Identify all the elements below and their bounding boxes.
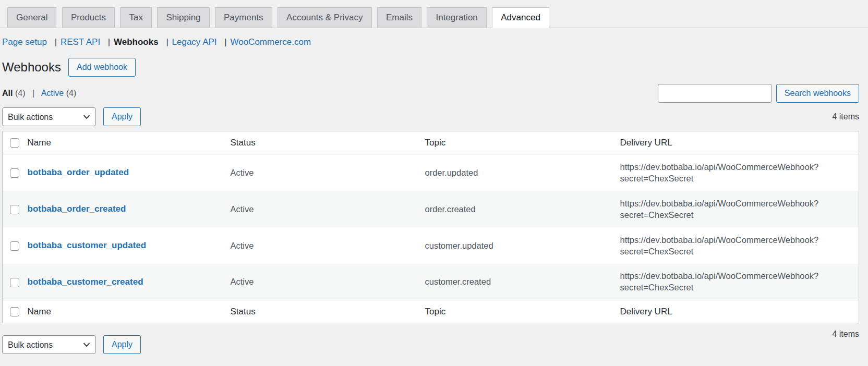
table-footer-row: Name Status Topic Delivery URL: [3, 300, 859, 323]
subnav-separator: |: [224, 37, 226, 47]
view-filter-separator: |: [32, 89, 34, 97]
webhook-row: botbaba_customer_updated Active customer…: [3, 227, 859, 264]
view-filter-count: (4): [15, 89, 26, 97]
add-webhook-button[interactable]: Add webhook: [68, 58, 136, 77]
column-footer-status: Status: [231, 300, 425, 323]
webhook-delivery-url: https://dev.botbaba.io/api/WooCommerceWe…: [620, 191, 859, 227]
search-webhooks-button[interactable]: Search webhooks: [776, 84, 859, 103]
webhook-topic: customer.created: [425, 264, 620, 300]
bulk-actions-select-wrap: Bulk actions: [2, 107, 96, 126]
apply-button[interactable]: Apply: [103, 107, 141, 126]
webhook-name-link[interactable]: botbaba_customer_created: [28, 277, 143, 287]
bulk-actions-group-bottom: Bulk actions Apply: [2, 335, 141, 354]
webhook-row: botbaba_order_created Active order.creat…: [3, 191, 859, 227]
subnav-separator: |: [55, 37, 57, 47]
view-filter-count: (4): [66, 89, 77, 97]
select-row-checkbox[interactable]: [10, 205, 19, 214]
column-header-delivery-url: Delivery URL: [620, 131, 859, 154]
column-header-topic: Topic: [425, 131, 620, 154]
webhook-topic: order.created: [425, 191, 620, 227]
tablenav-bottom: Bulk actions Apply 4 items: [2, 330, 859, 354]
settings-tab[interactable]: Tax: [120, 7, 151, 28]
settings-tab[interactable]: Advanced: [492, 7, 549, 28]
subnav-item: | Legacy API: [161, 37, 219, 47]
search-box: Search webhooks: [658, 84, 859, 103]
webhook-status: Active: [231, 227, 425, 264]
webhook-delivery-url: https://dev.botbaba.io/api/WooCommerceWe…: [620, 227, 859, 264]
webhook-row: botbaba_customer_created Active customer…: [3, 264, 859, 300]
settings-tab[interactable]: Accounts & Privacy: [278, 7, 371, 28]
webhook-topic: customer.updated: [425, 227, 620, 264]
webhook-delivery-url: https://dev.botbaba.io/api/WooCommerceWe…: [620, 264, 859, 300]
view-filter-item: All (4): [2, 89, 28, 97]
column-footer-name: Name: [28, 300, 231, 323]
subnav-link[interactable]: Webhooks: [114, 37, 159, 47]
column-header-status: Status: [231, 131, 425, 154]
subnav-item: Page setup: [2, 37, 50, 47]
subnav-link[interactable]: Page setup: [2, 37, 47, 47]
subnav-link[interactable]: WooCommerce.com: [230, 37, 311, 47]
subnav-item: | REST API: [50, 37, 103, 47]
subnav-item: | WooCommerce.com: [219, 37, 311, 47]
select-all-checkbox-bottom[interactable]: [10, 307, 19, 316]
column-footer-topic: Topic: [425, 300, 620, 323]
settings-tab[interactable]: Payments: [215, 7, 272, 28]
webhook-status: Active: [231, 154, 425, 191]
settings-tabbar: General Products Tax Shipping Payments A…: [0, 0, 868, 28]
webhooks-table: Name Status Topic Delivery URL botbaba_o…: [2, 131, 859, 323]
table-foot: Name Status Topic Delivery URL: [3, 300, 859, 323]
subnav-link[interactable]: REST API: [61, 37, 100, 47]
webhook-name-link[interactable]: botbaba_order_updated: [28, 167, 129, 177]
select-row-checkbox[interactable]: [10, 241, 19, 251]
bulk-actions-select-wrap-bottom: Bulk actions: [2, 335, 96, 354]
bulk-actions-group: Bulk actions Apply: [2, 107, 141, 126]
subnav-link[interactable]: Legacy API: [172, 37, 217, 47]
page-title: Webhooks: [2, 60, 61, 75]
apply-button-bottom[interactable]: Apply: [103, 335, 141, 354]
settings-tab[interactable]: General: [7, 7, 56, 28]
table-body: botbaba_order_updated Active order.updat…: [3, 154, 859, 300]
column-header-name: Name: [28, 131, 231, 154]
bulk-actions-select[interactable]: Bulk actions: [2, 107, 96, 126]
items-count-bottom: 4 items: [832, 330, 859, 339]
subnav-separator: |: [166, 37, 168, 47]
table-head: Name Status Topic Delivery URL: [3, 131, 859, 154]
search-input[interactable]: [658, 84, 772, 103]
settings-tab[interactable]: Integration: [427, 7, 486, 28]
select-row-checkbox[interactable]: [10, 278, 19, 287]
view-filter-item: | Active (4): [28, 89, 76, 97]
webhook-status: Active: [231, 264, 425, 300]
select-row-checkbox[interactable]: [10, 168, 19, 178]
view-filter-link[interactable]: Active: [41, 89, 64, 97]
select-all-checkbox[interactable]: [10, 138, 19, 148]
subnav-item: | Webhooks: [103, 37, 161, 47]
settings-tab[interactable]: Shipping: [157, 7, 209, 28]
column-footer-delivery-url: Delivery URL: [620, 300, 859, 323]
view-filter-link[interactable]: All: [2, 89, 13, 97]
items-count: 4 items: [832, 112, 859, 121]
webhook-delivery-url: https://dev.botbaba.io/api/WooCommerceWe…: [620, 154, 859, 191]
webhook-name-link[interactable]: botbaba_customer_updated: [28, 240, 147, 250]
bulk-actions-select-bottom[interactable]: Bulk actions: [2, 335, 96, 354]
table-header-row: Name Status Topic Delivery URL: [3, 131, 859, 154]
webhook-status: Active: [231, 191, 425, 227]
view-filters: All (4) | Active (4): [2, 89, 76, 98]
tablenav-top: Bulk actions Apply 4 items: [2, 107, 859, 126]
filter-row: All (4) | Active (4) Search webhooks: [2, 84, 859, 103]
heading-row: Webhooks Add webhook: [2, 58, 859, 77]
webhook-row: botbaba_order_updated Active order.updat…: [3, 154, 859, 191]
subnav-separator: |: [108, 37, 110, 47]
settings-tab[interactable]: Products: [62, 7, 115, 28]
webhook-name-link[interactable]: botbaba_order_created: [28, 204, 126, 214]
page-content: Page setup | REST API | Webhooks | Legac…: [0, 37, 868, 354]
webhook-topic: order.updated: [425, 154, 620, 191]
settings-tab[interactable]: Emails: [377, 7, 421, 28]
settings-subnav: Page setup | REST API | Webhooks | Legac…: [2, 37, 859, 47]
